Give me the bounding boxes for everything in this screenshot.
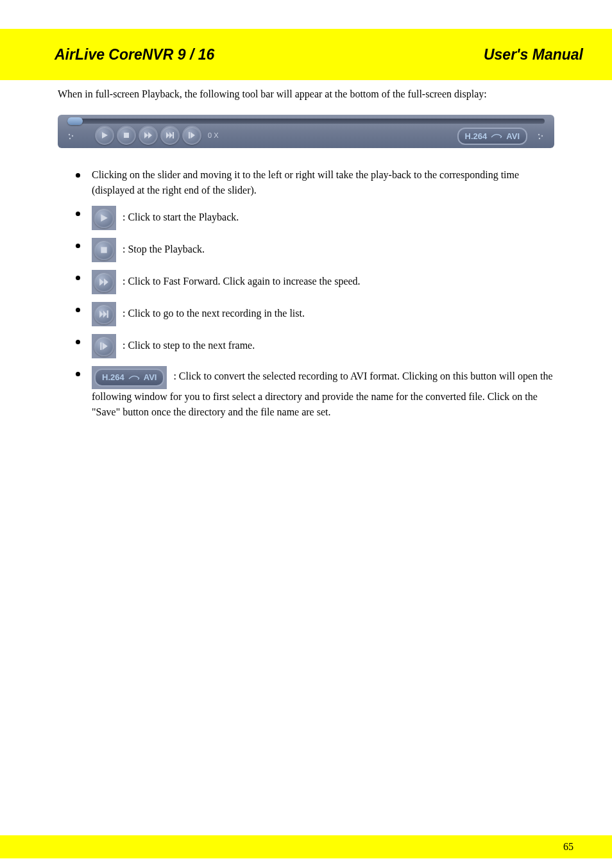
svg-rect-10 (189, 132, 190, 138)
content-area: When in full-screen Playback, the follow… (0, 80, 612, 420)
svg-marker-23 (103, 342, 108, 350)
svg-point-2 (69, 138, 71, 139)
svg-marker-3 (102, 132, 108, 138)
svg-rect-4 (124, 133, 129, 138)
svg-point-12 (538, 134, 540, 135)
list-item: : Stop the Playback. (58, 238, 554, 262)
progress-handle[interactable] (67, 117, 83, 125)
bullet-icon (76, 212, 80, 216)
list-item: Clicking on the slider and moving it to … (58, 167, 554, 198)
svg-marker-20 (103, 310, 107, 317)
bullet-text: : Click to step to the next frame. (123, 340, 255, 351)
fast-forward-button[interactable] (139, 126, 158, 145)
bullet-text: : Click to go to the next recording in t… (123, 308, 305, 319)
svg-point-0 (69, 134, 70, 135)
svg-marker-17 (99, 278, 104, 285)
step-icon-inline (92, 334, 116, 358)
manual-label: User's Manual (484, 46, 583, 63)
feature-list: Clicking on the slider and moving it to … (58, 167, 554, 420)
bullet-text: : Stop the Playback. (123, 244, 205, 255)
page-number: 65 (563, 841, 574, 853)
svg-rect-9 (173, 132, 174, 138)
next-icon-inline (92, 302, 116, 326)
h264-text: H.264 (465, 130, 488, 143)
play-icon-inline (92, 206, 116, 230)
list-item: : Click to start the Playback. (58, 206, 554, 230)
bullet-text: : Click to start the Playback. (123, 212, 239, 222)
svg-point-1 (72, 135, 73, 137)
list-item: H.264 AVI : Click to convert the selecte… (58, 366, 554, 420)
svg-marker-8 (169, 132, 173, 138)
h264-avi-button[interactable]: H.264 AVI (457, 128, 527, 146)
svg-marker-7 (166, 132, 169, 138)
stop-icon-inline (92, 238, 116, 262)
svg-rect-22 (100, 342, 101, 350)
step-button[interactable] (182, 126, 201, 145)
header-banner: AirLive CoreNVR 9 / 16 User's Manual (0, 29, 612, 80)
progress-track[interactable] (67, 119, 545, 124)
list-item: : Click to go to the next recording in t… (58, 302, 554, 326)
player-toolbar: 0 X H.264 AVI (58, 115, 554, 148)
speed-label: 0 X (208, 130, 219, 141)
bullet-icon (76, 276, 80, 280)
left-decoration (65, 128, 77, 145)
list-item: : Click to Fast Forward. Click again to … (58, 270, 554, 294)
svg-marker-19 (99, 310, 103, 317)
right-decoration (535, 128, 547, 145)
intro-paragraph: When in full-screen Playback, the follow… (58, 87, 554, 102)
bullet-icon (76, 308, 80, 312)
bullet-text: Clicking on the slider and moving it to … (92, 167, 554, 198)
svg-marker-11 (191, 132, 195, 138)
avi-text: AVI (506, 130, 520, 143)
list-item: : Click to step to the next frame. (58, 334, 554, 358)
svg-marker-5 (144, 132, 148, 138)
bullet-icon (76, 372, 80, 376)
svg-rect-16 (101, 247, 106, 253)
svg-point-14 (539, 138, 540, 139)
svg-marker-6 (148, 132, 152, 138)
fast-forward-icon-inline (92, 270, 116, 294)
bullet-icon (76, 244, 80, 248)
footer-banner: 65 (0, 835, 612, 858)
bullet-text: : Click to Fast Forward. Click again to … (123, 276, 361, 287)
product-name: AirLive CoreNVR 9 / 16 (55, 46, 214, 63)
next-button[interactable] (160, 126, 180, 145)
svg-marker-15 (101, 214, 108, 222)
svg-marker-18 (104, 278, 108, 285)
svg-point-13 (541, 135, 543, 137)
h264-avi-icon-inline: H.264 AVI (92, 366, 167, 389)
stop-button[interactable] (117, 126, 136, 145)
arrow-icon (491, 133, 502, 138)
svg-rect-21 (107, 310, 108, 317)
play-button[interactable] (95, 126, 114, 145)
bullet-icon (76, 340, 80, 344)
bullet-icon (76, 173, 80, 178)
